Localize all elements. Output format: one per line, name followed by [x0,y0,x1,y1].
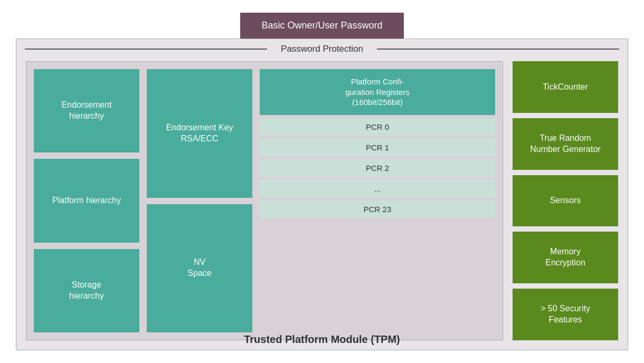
sensors-label: Sensors [550,195,581,206]
pcr-top-label: Platform Confi-guration Registers(160bit… [345,77,410,107]
pcr-2: PCR 2 [260,159,495,177]
pcr-23-label: PCR 23 [364,205,392,214]
top-box-label: Basic Owner/User Password [261,20,382,31]
pcr-2-label: PCR 2 [366,164,389,173]
pcr-0-label: PCR 0 [366,122,389,131]
security-features-label: > 50 SecurityFeatures [541,303,590,326]
tick-counter-box: TickCounter [513,61,618,113]
endorsement-key-label: Endorsement KeyRSA/ECC [166,122,233,145]
memory-encryption-box: MemoryEncryption [513,232,618,283]
endorsement-key-box: Endorsement KeyRSA/ECC [147,69,252,198]
column-2: Endorsement KeyRSA/ECC NVSpace [147,69,252,332]
column-1: Endorsementhierarchy Platform hierarchy … [34,69,139,332]
memory-encryption-label: MemoryEncryption [545,246,585,269]
endorsement-hierarchy-box: Endorsementhierarchy [34,69,139,152]
storage-hierarchy-box: Storagehierarchy [34,249,139,332]
true-random-label: True RandomNumber Generator [530,133,600,155]
password-label-row: Password Protection [16,39,628,59]
tick-counter-label: TickCounter [543,82,588,93]
pcr-ellipsis: ... [260,180,495,197]
nv-space-label: NVSpace [187,257,211,279]
platform-hierarchy-label: Platform hierarchy [52,195,121,206]
column-3: Platform Confi-guration Registers(160bit… [260,69,495,332]
tpm-label: Trusted Platform Module (TPM) [244,333,400,345]
true-random-box: True RandomNumber Generator [513,118,618,170]
pcr-0: PCR 0 [260,118,495,136]
sensors-box: Sensors [513,175,618,227]
main-outer-box: Password Protection Endorsementhierarchy… [16,39,628,350]
pcr-23: PCR 23 [260,200,495,218]
pcr-container: Platform Confi-guration Registers(160bit… [260,69,495,332]
diagram-container: Basic Owner/User Password Password Prote… [16,13,628,350]
pcr-1: PCR 1 [260,139,495,156]
label-line-right [377,49,619,50]
password-label: Password Protection [276,44,368,54]
right-side: TickCounter True RandomNumber Generator … [513,61,618,340]
platform-hierarchy-box: Platform hierarchy [34,159,139,242]
pcr-ellipsis-label: ... [374,184,381,193]
endorsement-hierarchy-label: Endorsementhierarchy [61,100,111,122]
security-features-box: > 50 SecurityFeatures [513,289,618,340]
pcr-1-label: PCR 1 [366,143,389,152]
inner-grid: Endorsementhierarchy Platform hierarchy … [26,61,503,340]
storage-hierarchy-label: Storagehierarchy [69,280,104,302]
pcr-top-box: Platform Confi-guration Registers(160bit… [260,69,495,115]
tpm-label-row: Trusted Platform Module (TPM) [16,333,628,346]
top-box: Basic Owner/User Password [240,13,403,39]
label-line-left [25,49,267,50]
nv-space-box: NVSpace [147,204,252,333]
